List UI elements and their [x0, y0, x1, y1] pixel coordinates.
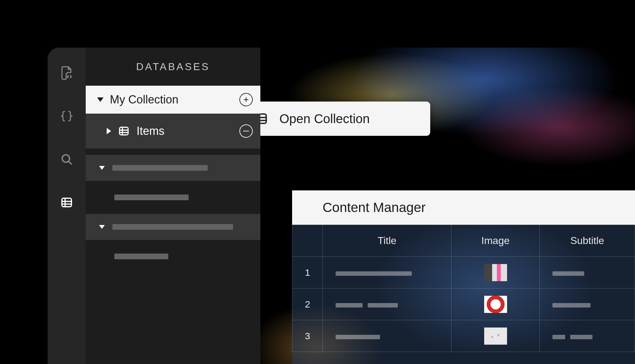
remove-icon[interactable] [239, 124, 253, 138]
row-number: 3 [292, 320, 323, 352]
svg-rect-10 [260, 114, 266, 123]
context-menu-open-collection[interactable]: Open Collection [260, 102, 430, 136]
collection-header[interactable]: My Collection + [86, 86, 260, 114]
cell-image[interactable] [451, 320, 540, 352]
braces-icon[interactable] [59, 109, 74, 124]
cell-title[interactable] [323, 288, 451, 320]
sidebar-placeholder-item[interactable] [86, 214, 260, 240]
table-header-row: Title Image Subtitle [292, 225, 635, 257]
search-icon[interactable] [59, 152, 74, 167]
cell-image[interactable] [451, 257, 540, 288]
chevron-down-icon [99, 166, 105, 170]
thumbnail [484, 328, 507, 345]
column-header-title[interactable]: Title [323, 225, 451, 257]
placeholder-bar [112, 165, 208, 171]
cell-title[interactable] [323, 320, 451, 352]
column-header-number[interactable] [292, 225, 323, 257]
app-window: DATABASES My Collection + Items [48, 48, 635, 364]
canvas: Open Collection Content Manager Title Im… [260, 48, 635, 364]
table-icon [260, 112, 268, 126]
table-icon[interactable] [59, 195, 74, 210]
table-icon [118, 125, 130, 137]
sidebar: DATABASES My Collection + Items [86, 48, 260, 364]
column-header-subtitle[interactable]: Subtitle [540, 225, 635, 257]
add-icon[interactable]: + [239, 93, 253, 106]
iconbar [48, 48, 86, 364]
panel-title: Content Manager [323, 200, 426, 215]
items-label: Items [137, 124, 232, 138]
chevron-down-icon [99, 225, 105, 229]
placeholder-bar [114, 195, 189, 200]
placeholder-bar [114, 254, 168, 259]
column-header-image[interactable]: Image [451, 225, 540, 257]
context-menu-label: Open Collection [279, 112, 370, 126]
content-manager-panel: Content Manager Title Image Subtitle [292, 190, 635, 364]
svg-rect-2 [62, 198, 71, 207]
chevron-right-icon [107, 128, 111, 134]
svg-line-1 [69, 161, 71, 164]
sidebar-placeholder-subitem[interactable] [86, 181, 260, 214]
content-table: Title Image Subtitle 1 2 [292, 225, 635, 364]
cell-subtitle[interactable] [540, 288, 635, 320]
table-row[interactable]: 1 [292, 257, 635, 288]
thumbnail [484, 264, 507, 281]
row-number: 2 [292, 288, 323, 320]
panel-header: Content Manager [292, 190, 635, 225]
collection-name: My Collection [110, 93, 233, 106]
placeholder-bar [112, 224, 233, 230]
file-code-icon[interactable] [59, 65, 74, 81]
cell-title[interactable] [323, 257, 451, 288]
table-row[interactable]: 3 [292, 320, 635, 352]
chevron-down-icon [97, 97, 104, 102]
thumbnail [484, 296, 507, 313]
cell-image[interactable] [451, 288, 540, 320]
cell-subtitle[interactable] [540, 257, 635, 288]
sidebar-placeholder-group [86, 155, 260, 273]
sidebar-item-items[interactable]: Items [86, 114, 260, 149]
sidebar-heading: DATABASES [86, 48, 260, 86]
sidebar-placeholder-item[interactable] [86, 155, 260, 181]
svg-rect-6 [120, 127, 128, 135]
table-row[interactable]: 2 [292, 288, 635, 320]
row-number: 1 [292, 257, 323, 288]
cell-subtitle[interactable] [540, 320, 635, 352]
sidebar-placeholder-subitem[interactable] [86, 240, 260, 273]
